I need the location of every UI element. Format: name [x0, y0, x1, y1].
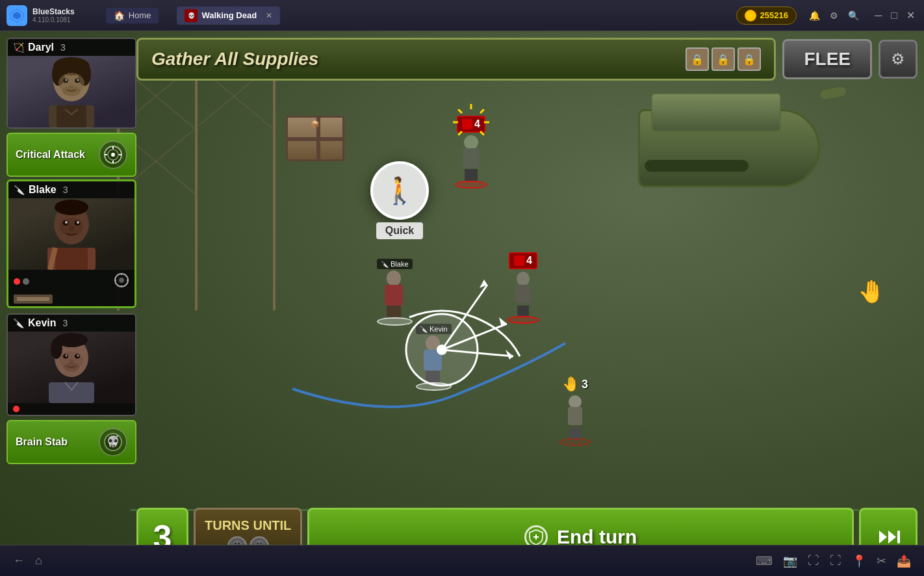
bluestacks-name: BlueStacks	[32, 7, 75, 16]
enemy-3-badge: 🤚 3	[562, 376, 588, 393]
enemy-1[interactable]: 4	[455, 116, 487, 189]
coin-count: 255216	[760, 10, 788, 20]
svg-point-75	[64, 363, 79, 372]
tank-vehicle	[638, 83, 846, 213]
bluestacks-version: 4.110.0.1081	[32, 16, 75, 23]
enemy-3[interactable]: 🤚 3	[559, 376, 591, 446]
enemy-2-sprite	[507, 272, 539, 316]
critical-attack-icon	[99, 140, 127, 169]
svg-point-50	[55, 200, 88, 215]
kevin-sprite[interactable]: 🔪 Kevin	[416, 324, 452, 391]
kevin-header: 🔪 Kevin 3	[8, 315, 135, 332]
svg-point-56	[69, 226, 74, 231]
character-panel: 🏹 Daryl 3	[6, 38, 136, 464]
blake-sprite-label: 🔪 Blake	[377, 259, 413, 269]
walking-dead-tab-label: Walking Dead	[201, 10, 257, 20]
notification-icon[interactable]: 🔔	[808, 9, 821, 22]
daryl-weapon-icon: 🏹	[13, 42, 24, 53]
titlebar: BlueStacks 4.110.0.1081 🏠 Home 💀 Walking…	[0, 0, 924, 31]
svg-point-68	[51, 338, 62, 359]
home-btn[interactable]: ⌂	[35, 554, 42, 568]
flee-button[interactable]: FLEE	[782, 39, 872, 79]
kevin-card[interactable]: 🔪 Kevin 3	[6, 313, 136, 416]
back-btn[interactable]: ←	[13, 554, 25, 568]
blake-portrait	[8, 198, 135, 270]
kevin-name: Kevin	[28, 317, 57, 329]
daryl-header: 🏹 Daryl 3	[8, 39, 135, 56]
critical-attack-text: Critical Attack	[16, 149, 85, 161]
maximize-btn[interactable]: □	[891, 10, 897, 21]
location-icon[interactable]: 📍	[852, 554, 866, 568]
blake-card[interactable]: 🔪 Blake 3	[6, 179, 136, 308]
expand-icon[interactable]: ⛶	[808, 554, 819, 568]
kevin-sprite-label: 🔪 Kevin	[416, 324, 452, 334]
in-game-settings-button[interactable]: ⚙	[879, 40, 918, 79]
turns-until-line1: TURNS UNTIL	[205, 518, 291, 532]
walking-dead-tab[interactable]: 💀 Walking Dead ✕	[177, 7, 280, 25]
quick-label[interactable]: Quick	[376, 222, 423, 239]
gather-supplies-button[interactable]: Gather All Supplies 🔒 🔒 🔒	[136, 38, 776, 81]
brain-stab-button[interactable]: Brain Stab	[6, 420, 136, 464]
enemy-2[interactable]: 4	[507, 252, 539, 324]
svg-line-26	[458, 109, 462, 113]
svg-point-35	[66, 79, 68, 81]
flee-button-text: FLEE	[804, 49, 851, 69]
blake-name: Blake	[29, 184, 57, 196]
enemy-3-count: 3	[582, 378, 588, 391]
settings-icon[interactable]: ⚙	[828, 9, 841, 22]
coins-display: 255216	[736, 7, 797, 25]
supply-icon-2: 🔒	[712, 47, 735, 71]
cut-icon[interactable]: ✂	[877, 554, 886, 568]
enemy-2-count: 4	[526, 255, 532, 267]
blake-level: 3	[63, 185, 68, 195]
turns-until-text: TURNS UNTIL	[205, 518, 291, 532]
blake-footer	[8, 270, 135, 293]
minimize-btn[interactable]: ─	[875, 10, 882, 21]
critical-attack-button[interactable]: Critical Attack	[6, 133, 136, 177]
svg-point-55	[77, 221, 79, 224]
close-btn[interactable]: ✕	[906, 9, 915, 21]
svg-rect-3	[195, 64, 198, 311]
daryl-portrait	[8, 56, 135, 127]
search-icon[interactable]: 🔍	[847, 9, 860, 22]
screenshot-icon[interactable]: 📷	[783, 554, 797, 568]
home-tab-label: Home	[129, 10, 151, 20]
blake-label-text: Blake	[391, 260, 409, 268]
settings-gear-icon: ⚙	[891, 50, 905, 68]
blake-weapon-display	[8, 293, 135, 306]
svg-rect-76	[49, 382, 94, 403]
supply-icon-1: 🔒	[686, 47, 709, 71]
titlebar-icons: 🔔 ⚙ 🔍	[808, 9, 860, 22]
svg-rect-4	[273, 64, 276, 311]
blake-header: 🔪 Blake 3	[8, 181, 135, 198]
home-tab[interactable]: 🏠 Home	[106, 8, 159, 23]
kevin-body	[416, 335, 450, 382]
blake-health-1	[14, 278, 20, 285]
svg-rect-58	[55, 248, 88, 270]
share-icon[interactable]: 📤	[897, 554, 911, 568]
svg-line-24	[458, 131, 462, 135]
kevin-label-text: Kevin	[430, 325, 448, 333]
svg-rect-100	[897, 530, 900, 543]
daryl-level: 3	[60, 42, 66, 53]
keyboard-icon[interactable]: ⌨	[756, 554, 773, 568]
quick-action-popup[interactable]: 🚶 Quick	[370, 161, 429, 239]
blake-sprite[interactable]: 🔪 Blake	[377, 259, 413, 326]
blake-weapon-icon: 🔪	[14, 185, 25, 195]
daryl-card[interactable]: 🏹 Daryl 3	[6, 38, 136, 129]
quick-move-icon[interactable]: 🚶	[370, 161, 429, 220]
brain-stab-text: Brain Stab	[16, 436, 68, 448]
enemy-1-sprite	[455, 135, 487, 181]
svg-point-54	[65, 221, 68, 224]
gather-supplies-text: Gather All Supplies	[151, 49, 318, 70]
blake-body	[377, 270, 411, 317]
bluestacks-logo	[6, 5, 27, 26]
svg-rect-83	[114, 445, 115, 447]
blake-health-2	[23, 278, 29, 285]
fullscreen-icon[interactable]: ⛶	[830, 554, 841, 568]
svg-rect-40	[57, 105, 86, 127]
supply-icon-3: 🔒	[738, 47, 761, 71]
home-icon: 🏠	[114, 10, 125, 21]
svg-marker-99	[888, 530, 896, 543]
close-tab-icon[interactable]: ✕	[266, 11, 272, 20]
